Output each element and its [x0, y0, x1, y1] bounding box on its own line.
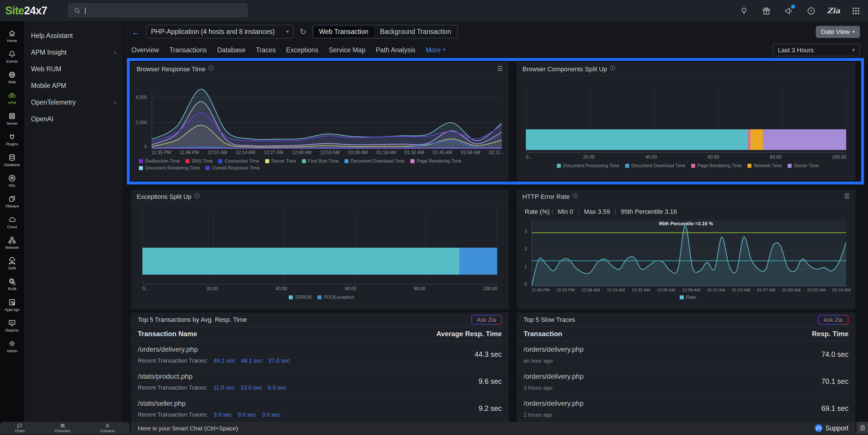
smart-chat-bar[interactable]: Here is your Smart Chat (Ctrl+Space) Sup… — [131, 422, 856, 434]
exceptions-bar[interactable] — [143, 248, 497, 275]
http-error-rate-chart[interactable] — [532, 220, 846, 286]
tab-service-map[interactable]: Service Map — [329, 46, 365, 53]
sidebar-item-vmware[interactable]: VMware — [0, 191, 24, 211]
sidebar-item-database[interactable]: Database — [0, 149, 24, 170]
contacts-button[interactable]: Contacts — [100, 423, 115, 433]
trace-link[interactable]: 3.0 sec — [262, 411, 280, 418]
legend-item[interactable]: Document Download Time — [625, 163, 685, 168]
trace-link[interactable]: 11.0 sec — [213, 384, 235, 391]
ask-zia-button[interactable]: Ask Zia — [471, 315, 502, 324]
sidebar-item-apm[interactable]: APM — [0, 87, 24, 108]
sidebar-item-sdn[interactable]: SDN — [0, 253, 24, 273]
tab-database[interactable]: Database — [217, 46, 245, 53]
tab-web-transaction[interactable]: Web Transaction — [314, 26, 373, 37]
legend-item[interactable]: Network Time — [747, 163, 782, 168]
tab-more[interactable]: More ▾ — [426, 46, 445, 53]
table-row[interactable]: /orders/delivery.php 2 hours ago 69.1 se… — [517, 395, 856, 423]
back-button[interactable]: ← — [131, 27, 140, 36]
submenu-item-mobile-apm[interactable]: Mobile APM — [24, 77, 123, 94]
chart-menu-icon[interactable]: ☰ — [497, 65, 503, 72]
sidebar-item-rum[interactable]: RUM — [0, 273, 24, 294]
legend-item[interactable]: Page Rendering Time — [410, 158, 461, 164]
sidebar-item-applogs[interactable]: AppLogs — [0, 294, 24, 315]
sidebar-item-events[interactable]: Events — [0, 46, 24, 67]
refresh-button[interactable]: ↻ — [300, 27, 306, 36]
chats-button[interactable]: Chats — [15, 423, 25, 433]
sidebar-item-reports[interactable]: Reports — [0, 315, 24, 336]
sidebar-item-home[interactable]: Home — [0, 25, 24, 46]
legend-item[interactable]: ERROR — [289, 295, 312, 300]
submenu-item-opentelemetry[interactable]: OpenTelemetry› — [24, 94, 123, 110]
submenu-item-help-assistant[interactable]: Help Assistant — [24, 27, 123, 44]
legend-item[interactable]: Document Rendering Time — [139, 166, 200, 171]
info-icon[interactable]: ⓘ — [572, 193, 578, 200]
bar-segment[interactable] — [143, 248, 459, 275]
browser-response-time-chart[interactable] — [152, 85, 502, 149]
legend-item[interactable]: Page Rendering Time — [691, 163, 742, 168]
bar-segment[interactable] — [750, 129, 763, 150]
trace-link[interactable]: 37.0 sec — [268, 357, 290, 364]
table-row[interactable]: /orders/delivery.php Recent Transaction … — [131, 341, 508, 368]
bar-segment[interactable] — [763, 129, 846, 150]
application-selector[interactable]: PHP-Application (4 hosts and 8 instances… — [146, 25, 294, 38]
legend-item[interactable]: Server Time — [265, 158, 296, 164]
legend-item[interactable]: Server Time — [787, 163, 818, 168]
tab-transactions[interactable]: Transactions — [169, 46, 207, 53]
chart-menu-icon[interactable]: ☰ — [844, 193, 849, 200]
tab-overview[interactable]: Overview — [131, 46, 159, 53]
trace-link[interactable]: 6.0 sec — [268, 384, 286, 391]
sidebar-item-network[interactable]: Network — [0, 232, 24, 253]
zia-icon[interactable]: Zia — [828, 5, 839, 16]
legend-item[interactable]: First Byte Time — [302, 158, 339, 164]
info-icon[interactable]: ⓘ — [208, 65, 214, 72]
sidebar-item-plugins[interactable]: Plugins — [0, 129, 24, 149]
global-search-input[interactable]: | — [68, 3, 247, 17]
info-icon[interactable]: ⓘ — [194, 193, 199, 200]
tab-exceptions[interactable]: Exceptions — [286, 46, 319, 53]
bulb-icon[interactable] — [739, 5, 749, 16]
date-view-button[interactable]: Date View ▾ — [816, 26, 860, 38]
info-icon[interactable]: ⓘ — [610, 65, 615, 72]
sidebar-item-k8s[interactable]: K8s — [0, 170, 24, 191]
table-row[interactable]: /stats/seller.php Recent Transaction Tra… — [131, 395, 508, 423]
trace-link[interactable]: 9.0 sec — [238, 411, 256, 418]
bar-segment[interactable] — [748, 129, 750, 150]
table-row[interactable]: /stats/product.php Recent Transaction Tr… — [131, 368, 508, 395]
tab-path-analysis[interactable]: Path Analysis — [376, 46, 415, 53]
gift-icon[interactable] — [761, 5, 772, 16]
browser-components-bar[interactable] — [526, 129, 846, 150]
legend-item[interactable]: Rate — [680, 295, 696, 300]
ask-zia-button[interactable]: Ask Zia — [818, 315, 848, 324]
support-button[interactable]: Support — [814, 424, 848, 432]
legend-item[interactable]: Document Processing Time — [557, 163, 619, 168]
table-row[interactable]: /orders/delivery.php 3 hours ago 70.1 se… — [517, 368, 856, 395]
apps-grid-icon[interactable] — [851, 5, 861, 16]
trace-link[interactable]: 3.0 sec — [213, 411, 232, 418]
submenu-item-web-rum[interactable]: Web RUM — [24, 60, 123, 77]
submenu-item-apm-insight[interactable]: APM Insight› — [24, 44, 123, 60]
help-icon[interactable]: ? — [806, 5, 816, 16]
tab-traces[interactable]: Traces — [256, 46, 276, 53]
trace-link[interactable]: 48.1 sec — [241, 357, 262, 364]
legend-item[interactable]: Connection Time — [218, 158, 259, 164]
bar-segment[interactable] — [459, 248, 497, 275]
submenu-item-openai[interactable]: OpenAI — [24, 110, 123, 127]
legend-item[interactable]: DNS Time — [185, 158, 213, 164]
megaphone-icon[interactable] — [784, 5, 794, 16]
legend-item[interactable]: Redirection Time — [139, 158, 180, 164]
time-range-selector[interactable]: Last 3 Hours ▾ — [773, 44, 860, 56]
trace-link[interactable]: 13.0 sec — [241, 384, 262, 391]
sidebar-item-cloud[interactable]: Cloud — [0, 211, 24, 232]
channels-button[interactable]: Channels — [55, 423, 70, 433]
legend-item[interactable]: PDOException — [317, 295, 354, 300]
legend-item[interactable]: Document Download Time — [344, 158, 405, 164]
trace-link[interactable]: 49.1 sec — [213, 357, 235, 364]
table-row[interactable]: /orders/delivery.php an hour ago 74.0 se… — [517, 341, 856, 368]
sidebar-item-admin[interactable]: Admin — [0, 336, 24, 356]
sidebar-item-web[interactable]: Web — [0, 67, 24, 87]
clipboard-widget[interactable] — [857, 422, 868, 434]
bar-segment[interactable] — [526, 129, 748, 150]
legend-item[interactable]: Overall Response Time — [206, 166, 259, 171]
sidebar-item-server[interactable]: Server — [0, 108, 24, 129]
tab-background-transaction[interactable]: Background Transaction — [375, 26, 456, 37]
